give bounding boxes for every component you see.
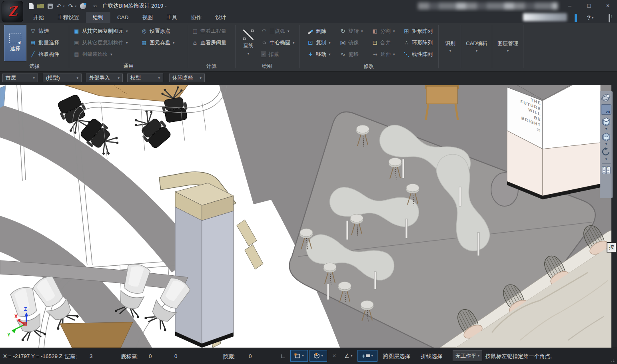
extend-button[interactable]: 延伸▾ xyxy=(371,49,395,59)
three-point-arc-button[interactable]: 三点弧▾ xyxy=(261,26,290,36)
view-list-icon[interactable]: ✓✓ xyxy=(601,166,611,175)
recognize-button[interactable]: 识别▾ xyxy=(440,25,461,68)
angle-snap-button[interactable]: ▾ xyxy=(341,350,356,362)
chevron-down-icon[interactable]: ▼ xyxy=(605,158,608,161)
tab-view[interactable]: 视图 xyxy=(136,12,160,23)
box-snap-icon xyxy=(313,353,320,359)
copy-components-from-layer-button[interactable]: 从其它层复制构件▾ xyxy=(73,38,128,48)
offset-button[interactable]: 偏移 xyxy=(339,49,359,59)
select-cursor-icon xyxy=(9,34,21,43)
redo-icon[interactable]: ↷ xyxy=(68,3,74,9)
floor-select[interactable]: 首层▾ xyxy=(2,74,38,82)
merge-button[interactable]: 合并 xyxy=(371,38,391,48)
layer-manage-button[interactable]: 图层管理▾ xyxy=(493,25,523,68)
maximize-button[interactable]: □ xyxy=(583,1,595,10)
cad-edit-button[interactable]: CAD编辑▾ xyxy=(461,25,492,68)
undo-icon[interactable]: ↶ xyxy=(56,3,62,9)
split-button[interactable]: 分割▾ xyxy=(371,26,395,36)
box-snap-button[interactable]: ▾ xyxy=(309,350,327,362)
selector-row: 首层▾ (模型)▾ 外部导入▾ 模型▾ 休闲桌椅▾ xyxy=(0,71,617,85)
set-origin-button[interactable]: 设置原点 xyxy=(141,26,170,36)
undo-caret-icon[interactable]: ▾ xyxy=(63,4,65,8)
display-mode-select[interactable]: 模型▾ xyxy=(127,74,163,82)
linear-array-button[interactable]: 线性阵列 xyxy=(403,49,433,59)
center-ellipse-button[interactable]: 中心椭圆▾ xyxy=(261,38,295,48)
viewport[interactable]: X Y Z THE FUTURE WILL BE BRIGHT ✉ 2D xyxy=(0,85,617,348)
chevron-down-icon: ▾ xyxy=(33,76,35,80)
3d-view-cube-icon[interactable] xyxy=(601,116,611,127)
model-filter-select[interactable]: (模型)▾ xyxy=(43,74,82,82)
axis-z-label: Z xyxy=(24,306,27,312)
deduct-checkbox[interactable]: 扣减 xyxy=(261,49,279,59)
sync-sphere-icon[interactable] xyxy=(80,3,86,9)
redacted-user-badge xyxy=(523,13,567,21)
tab-tools[interactable]: 工具 xyxy=(160,12,184,23)
copy-elements-from-layer-button[interactable]: 从其它层复制图元▾ xyxy=(73,26,128,36)
batch-select-button[interactable]: 批量选择 xyxy=(30,38,59,48)
angle-icon xyxy=(344,352,349,360)
coordinate-input-button[interactable]: +▾ xyxy=(357,350,377,362)
tab-start[interactable]: 开始 xyxy=(26,12,51,23)
disabled-x-button[interactable] xyxy=(329,350,340,362)
orbit-icon[interactable] xyxy=(601,93,611,103)
tab-cad[interactable]: CAD xyxy=(110,12,136,23)
workplane-select[interactable]: 无工作平▾ xyxy=(453,350,482,361)
new-file-icon[interactable] xyxy=(29,3,34,9)
circular-array-button[interactable]: 环形阵列 xyxy=(403,38,433,48)
delete-button[interactable]: 删除 xyxy=(307,26,326,36)
filter-button[interactable]: 筛选 xyxy=(30,26,49,36)
tab-draw[interactable]: 绘制 xyxy=(86,12,110,23)
tab-design[interactable]: 设计 xyxy=(209,12,233,23)
collapse-ribbon-icon[interactable] xyxy=(609,15,610,22)
copy-window-icon xyxy=(73,40,80,45)
offset-value[interactable]: 0 xyxy=(174,353,178,359)
redo-caret-icon[interactable]: ▾ xyxy=(75,4,76,8)
rotate-button[interactable]: 旋转▾ xyxy=(339,26,363,36)
help-caret-icon[interactable]: ▾ xyxy=(592,16,593,20)
create-decor-block-button[interactable]: 创建装饰块▾ xyxy=(73,49,112,59)
bottom-elevation-value[interactable]: 0 xyxy=(149,353,152,359)
save-icon[interactable] xyxy=(48,4,53,9)
chevron-down-icon[interactable]: ▼ xyxy=(605,127,608,131)
floor-height-value[interactable]: 3 xyxy=(90,353,93,359)
title-bar: Z ↶▾ ↷▾ ≂ 广联达BIM装饰设计 2019 - – □ × xyxy=(0,0,617,12)
offset-curve-icon xyxy=(339,51,346,57)
ortho-mode-button[interactable] xyxy=(278,350,289,362)
select-big-button[interactable]: 选择 xyxy=(4,25,26,61)
source-select[interactable]: 外部导入▾ xyxy=(86,74,123,82)
cross-layer-select-button[interactable]: 跨图层选择 xyxy=(383,352,410,360)
save-element-button[interactable]: 图元存盘▾ xyxy=(141,38,175,48)
open-file-icon[interactable] xyxy=(37,4,44,8)
linear-array-icon xyxy=(403,51,410,57)
quick-access-toolbar: ↶▾ ↷▾ ≂ 广联达BIM装饰设计 2019 - xyxy=(29,2,167,10)
help-button[interactable]: ? xyxy=(587,14,591,21)
chevron-down-icon[interactable]: ▼ xyxy=(605,143,608,146)
pick-component-button[interactable]: 拾取构件 xyxy=(30,49,59,59)
group-label-calc: 计算 xyxy=(188,63,235,70)
tab-project-settings[interactable]: 工程设置 xyxy=(51,12,86,23)
view-room-quantity-button[interactable]: 查看房间量 xyxy=(192,38,226,48)
polyline-select-button[interactable]: 折线选择 xyxy=(421,352,442,360)
box-view-icon[interactable] xyxy=(601,131,611,142)
rect-array-button[interactable]: 矩形阵列 xyxy=(403,26,433,36)
support-headset-icon[interactable] xyxy=(575,15,577,22)
component-select[interactable]: 休闲桌椅▾ xyxy=(169,74,205,82)
app-logo[interactable]: Z xyxy=(2,1,23,22)
rect-snap-button[interactable]: ▾ xyxy=(290,350,308,362)
copy-button[interactable]: 复制▾ xyxy=(307,38,331,48)
resize-grip[interactable] xyxy=(611,358,615,362)
mirror-button[interactable]: 镜像 xyxy=(339,38,359,48)
minimize-button[interactable]: – xyxy=(564,1,576,10)
ribbon: 选择 筛选 批量选择 拾取构件 选择 从其它层复制图元▾ 从其它层复制构件▾ 创… xyxy=(0,23,617,72)
view-quantity-button[interactable]: 查看工程量 xyxy=(192,26,226,36)
quantity-doc-icon xyxy=(192,28,198,34)
line-big-button[interactable]: 直线 ▾ xyxy=(239,25,258,60)
2d-view-button[interactable]: 2D xyxy=(601,104,611,115)
move-button[interactable]: 移动▾ xyxy=(307,49,331,59)
close-button[interactable]: × xyxy=(602,1,614,10)
refresh-view-icon[interactable] xyxy=(601,147,611,157)
house-icon xyxy=(192,40,198,46)
chevron-down-icon: ▾ xyxy=(76,76,78,80)
tab-collaborate[interactable]: 协作 xyxy=(184,12,209,23)
chevron-down-icon: ▾ xyxy=(478,354,479,358)
